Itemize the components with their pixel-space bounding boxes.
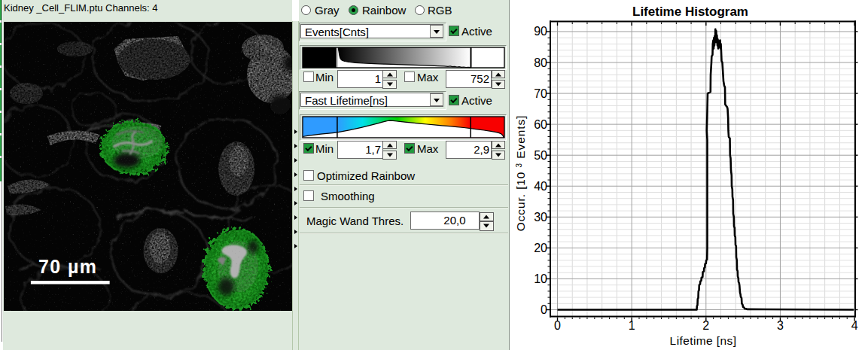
svg-text:2: 2 — [702, 319, 709, 332]
svg-text:3: 3 — [777, 319, 784, 332]
svg-text:Occur. [10 3 Events]: Occur. [10 3 Events] — [514, 115, 527, 232]
svg-text:1: 1 — [629, 319, 635, 332]
svg-text:0: 0 — [541, 303, 547, 316]
svg-text:20: 20 — [534, 242, 547, 254]
svg-text:10: 10 — [534, 272, 547, 285]
svg-text:90: 90 — [534, 25, 547, 38]
svg-text:4: 4 — [851, 319, 858, 332]
svg-text:70 µm: 70 µm — [38, 256, 98, 277]
svg-text:Lifetime Histogram: Lifetime Histogram — [632, 5, 748, 19]
svg-text:70: 70 — [534, 87, 547, 100]
svg-text:0: 0 — [554, 319, 561, 332]
svg-text:50: 50 — [534, 149, 547, 162]
svg-text:60: 60 — [534, 118, 547, 131]
svg-text:40: 40 — [534, 180, 547, 193]
svg-text:80: 80 — [534, 56, 547, 69]
svg-text:Lifetime [ns]: Lifetime [ns] — [670, 334, 737, 347]
svg-text:30: 30 — [534, 211, 547, 224]
